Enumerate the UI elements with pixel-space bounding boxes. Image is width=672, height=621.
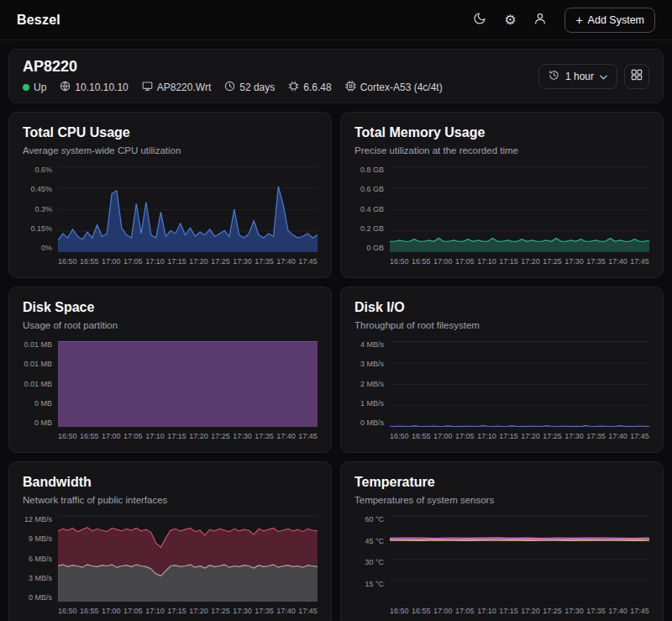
chart-subtitle: Average system-wide CPU utilization — [23, 145, 318, 156]
chart-subtitle: Usage of root partition — [23, 319, 318, 331]
disk-space-x-axis: 16:5016:5517:0017:0517:1017:1517:2017:25… — [58, 427, 318, 440]
temperature-x-axis: 16:5016:5517:0017:0517:1017:1517:2017:25… — [390, 602, 649, 615]
system-ip: 10.10.10.10 — [60, 81, 128, 94]
user-icon — [533, 12, 547, 28]
status-label: Up — [34, 82, 46, 93]
system-cpu-model-label: Cortex-A53 (4c/4t) — [360, 82, 443, 93]
moon-icon — [473, 12, 486, 28]
chart-subtitle: Precise utilization at the recorded time — [354, 145, 649, 156]
memory-y-axis: 0.8 GB0.6 GB0.4 GB0.2 GB0 GB — [354, 166, 390, 252]
memory-x-axis: 16:5016:5517:0017:0517:1017:1517:2017:25… — [390, 252, 649, 266]
user-menu-button[interactable] — [528, 8, 553, 33]
chevron-down-icon — [600, 71, 607, 82]
bandwidth-x-axis: 16:5016:5517:0017:0517:1017:1517:2017:25… — [58, 602, 318, 615]
settings-button[interactable]: ⚙ — [497, 8, 522, 33]
bandwidth-y-axis: 12 MB/s9 MB/s6 MB/s3 MB/s0 MB/s — [23, 516, 58, 602]
system-uptime-label: 52 days — [239, 82, 275, 93]
time-range-value: 1 hour — [565, 71, 594, 82]
chart-card-bandwidth: Bandwidth Network traffic of public inte… — [8, 461, 332, 621]
bandwidth-area-chart — [58, 516, 318, 602]
chip-icon — [288, 81, 299, 94]
cpu-x-axis: 16:5016:5517:0017:0517:1017:1517:2017:25… — [58, 252, 318, 266]
system-hostname: AP8220.Wrt — [142, 81, 211, 94]
memory-plot-area — [390, 166, 649, 252]
header-controls: 1 hour — [538, 64, 649, 89]
plus-icon: + — [575, 14, 582, 26]
system-name: AP8220 — [23, 58, 443, 76]
system-kernel: 6.6.48 — [288, 81, 331, 94]
add-system-button[interactable]: + Add System — [564, 8, 655, 33]
chart-title: Disk I/O — [354, 299, 649, 316]
chart-title: Total Memory Usage — [354, 124, 649, 141]
temperature-y-axis: 60 °C45 °C30 °C15 °C — [354, 516, 390, 602]
disk-io-plot-area — [390, 341, 649, 427]
charts-grid: Total CPU Usage Average system-wide CPU … — [8, 112, 664, 621]
chart-title: Total CPU Usage — [23, 124, 318, 141]
status-badge: Up — [23, 82, 46, 93]
chart-title: Temperature — [354, 474, 649, 491]
temperature-line-chart — [390, 516, 649, 602]
chart-subtitle: Network traffic of public interfaces — [23, 494, 318, 506]
disk-io-y-axis: 4 MB/s3 MB/s2 MB/s1 MB/s0 MB/s — [354, 341, 390, 427]
chart-card-disk-io: Disk I/O Throughput of root filesystem 4… — [340, 287, 664, 453]
disk-space-plot-area — [58, 341, 318, 427]
chart-card-total-cpu-usage: Total CPU Usage Average system-wide CPU … — [8, 112, 332, 278]
nav-actions: ⚙ + Add System — [467, 8, 655, 33]
cpu-area-chart — [58, 166, 318, 252]
temperature-plot-area — [390, 516, 649, 602]
cpu-plot-area — [58, 166, 318, 252]
disk-space-area-chart — [58, 341, 318, 427]
history-icon — [549, 70, 559, 83]
cpu-y-axis: 0.6%0.45%0.3%0.15%0% — [23, 166, 58, 252]
system-details: Up 10.10.10.10 AP8220.Wrt 52 days — [23, 81, 443, 94]
gear-icon: ⚙ — [504, 13, 516, 27]
system-cpu-model: Cortex-A53 (4c/4t) — [345, 81, 443, 94]
add-system-label: Add System — [588, 14, 644, 26]
chart-title: Disk Space — [23, 299, 318, 316]
disk-io-x-axis: 16:5016:5517:0017:0517:1017:1517:2017:25… — [390, 427, 649, 440]
system-header-card: AP8220 Up 10.10.10.10 AP8220.Wrt — [8, 49, 664, 103]
globe-icon — [60, 81, 71, 94]
layout-grid-icon — [631, 69, 643, 83]
bandwidth-plot-area — [58, 516, 318, 602]
system-uptime: 52 days — [224, 81, 275, 94]
top-nav: Beszel ⚙ + Add System — [0, 0, 672, 40]
system-info: AP8220 Up 10.10.10.10 AP8220.Wrt — [23, 58, 443, 94]
brand-logo: Beszel — [17, 13, 60, 28]
chart-card-disk-space: Disk Space Usage of root partition 0.01 … — [8, 287, 332, 453]
monitor-icon — [142, 81, 153, 94]
memory-area-chart — [390, 166, 649, 252]
system-kernel-label: 6.6.48 — [303, 82, 331, 93]
chart-subtitle: Throughput of root filesystem — [354, 319, 649, 331]
chart-card-total-memory-usage: Total Memory Usage Precise utilization a… — [340, 112, 664, 278]
grid-layout-button[interactable] — [624, 64, 649, 89]
system-hostname-label: AP8220.Wrt — [157, 82, 211, 93]
chart-card-temperature: Temperature Temperatures of system senso… — [340, 461, 664, 621]
disk-io-area-chart — [390, 341, 649, 427]
status-dot-icon — [23, 84, 29, 91]
chart-title: Bandwidth — [23, 474, 318, 491]
clock-icon — [224, 81, 235, 94]
chart-subtitle: Temperatures of system sensors — [354, 494, 649, 506]
theme-toggle-button[interactable] — [467, 8, 492, 33]
system-ip-label: 10.10.10.10 — [75, 82, 128, 93]
disk-space-y-axis: 0.01 MB0.01 MB0.01 MB0 MB0 MB — [23, 341, 58, 427]
time-range-select[interactable]: 1 hour — [538, 64, 617, 89]
cpu-icon — [345, 81, 356, 94]
